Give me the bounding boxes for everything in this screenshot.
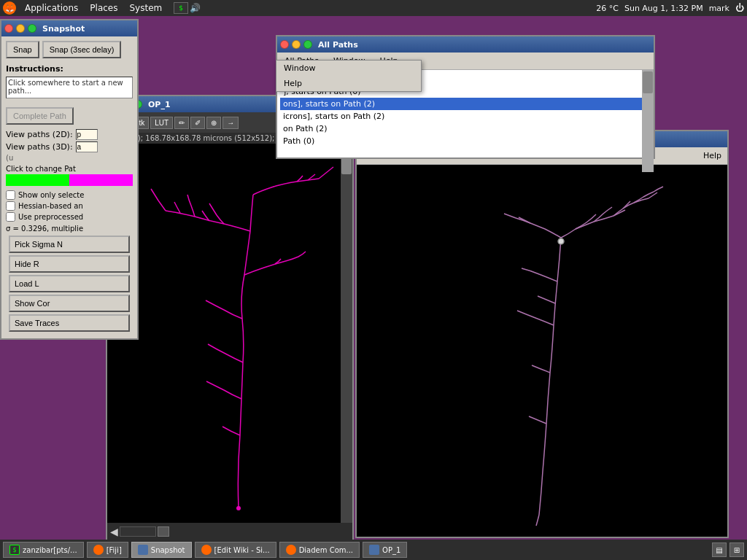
snapshot-title: Snapshot <box>42 24 85 34</box>
allpaths-close-button[interactable] <box>280 40 289 49</box>
list-item[interactable]: icrons], starts on Path (2) <box>280 110 651 122</box>
load-button[interactable]: Load L <box>9 275 130 292</box>
terminal-taskbar-icon: $ <box>9 545 20 555</box>
minimize-button[interactable] <box>16 24 25 33</box>
taskbar: $ zanzibar[pts/... [Fiji] Snapshot [Edit… <box>0 540 747 560</box>
top-menubar: 🦊 Applications Places System $ 🔊 26 °C S… <box>0 0 747 16</box>
op1-window: OP_1 De Stk LUT ✏ ✐ ⊕ → 1/60 (1); 168.78… <box>106 95 354 542</box>
path-note: (u <box>6 154 133 162</box>
use-preproc-row: Use preprocessed <box>6 212 133 222</box>
op1-canvas[interactable] <box>107 144 352 523</box>
audio-icon[interactable]: 🔊 <box>190 3 201 13</box>
dropdown-window[interactable]: Window <box>276 61 421 76</box>
snapshot-titlebar: Snapshot <box>1 20 137 36</box>
op1-taskbar-icon <box>369 545 379 555</box>
taskbar-end: ▤ ⊞ <box>712 542 744 557</box>
taskbar-label-terminal: zanzibar[pts/... <box>23 546 77 554</box>
view-paths-3d-input[interactable] <box>76 141 98 152</box>
hessian-row: Hessian-based an <box>6 201 133 211</box>
taskbar-item-fiji[interactable]: [Fiji] <box>87 542 128 558</box>
power-icon[interactable]: ⏻ <box>735 3 744 13</box>
snap-button[interactable]: Snap <box>6 41 39 58</box>
tool-arrow[interactable]: → <box>222 117 239 129</box>
tool-lut[interactable]: LUT <box>150 117 173 129</box>
allpaths-title: All Paths <box>318 40 358 50</box>
show-only-checkbox[interactable] <box>6 190 15 200</box>
view-paths-2d-input[interactable] <box>76 129 98 140</box>
app-icon: 🦊 <box>3 1 16 15</box>
list-item[interactable]: Path (0) <box>280 135 651 147</box>
menu-system[interactable]: System <box>126 1 165 15</box>
tool-pencil2[interactable]: ✐ <box>190 117 205 129</box>
snapshot-window: Snapshot Snap Snap (3sec delay) Instruct… <box>0 19 139 340</box>
taskbar-label-diadem: Diadem Com... <box>299 546 353 554</box>
list-item[interactable]: ons], starts on Path (2) <box>280 98 651 110</box>
color-bar <box>6 174 133 186</box>
taskbar-item-snapshot[interactable]: Snapshot <box>131 542 192 558</box>
pick-sigma-button[interactable]: Pick Sigma N <box>9 236 130 253</box>
menu-places[interactable]: Places <box>87 1 120 15</box>
taskbar-label-wiki: [Edit Wiki - Si... <box>214 546 270 554</box>
hessian-checkbox[interactable] <box>6 201 15 211</box>
op1-canvas-container: ◀ <box>107 144 352 540</box>
dropdown-help[interactable]: Help <box>276 76 421 91</box>
instructions-text: Click somewhere to start a new path... <box>6 77 133 98</box>
allpaths-scrollbar[interactable] <box>642 70 654 172</box>
allpaths-maximize-button[interactable] <box>303 40 312 49</box>
snapshot-body: Snap Snap (3sec delay) Instructions: Cli… <box>1 36 137 338</box>
op1-scrollbar[interactable] <box>341 144 352 523</box>
click-change-label: Click to change Pat <box>6 165 133 173</box>
taskbar-label-fiji: [Fiji] <box>107 546 122 554</box>
taskbar-end-btn1[interactable]: ▤ <box>712 542 727 557</box>
neuron3d-svg <box>357 165 727 537</box>
terminal-icon[interactable]: $ <box>174 2 188 14</box>
view-paths-2d-row: View paths (2D): <box>6 129 133 140</box>
use-preproc-checkbox[interactable] <box>6 212 15 222</box>
list-item[interactable]: on Path (2) <box>280 122 651 135</box>
svg-point-0 <box>236 506 241 510</box>
menu-applications[interactable]: Applications <box>22 1 81 15</box>
taskbar-item-wiki[interactable]: [Edit Wiki - Si... <box>195 542 276 558</box>
taskbar-end-btn2[interactable]: ⊞ <box>729 542 744 557</box>
view-paths-section: View paths (2D): View paths (3D): (u <box>6 129 133 162</box>
taskbar-item-terminal[interactable]: $ zanzibar[pts/... <box>3 542 84 558</box>
viewer3d-canvas[interactable] <box>357 165 727 537</box>
save-traces-button[interactable]: Save Traces <box>9 314 130 332</box>
tool-pencil1[interactable]: ✏ <box>174 117 189 129</box>
complete-path-button[interactable]: Complete Path <box>6 107 74 125</box>
diadem-taskbar-icon <box>286 545 296 555</box>
show-cor-button[interactable]: Show Cor <box>9 295 130 312</box>
maximize-button[interactable] <box>28 24 36 33</box>
neuron-trace-svg <box>107 144 352 523</box>
tool-crosshair[interactable]: ⊕ <box>206 117 221 129</box>
username: mark <box>709 4 729 13</box>
show-only-label: Show only selecte <box>18 191 84 199</box>
snapshot-taskbar-icon <box>138 545 148 555</box>
nav-left-icon[interactable]: ◀ <box>110 526 118 537</box>
hessian-label: Hessian-based an <box>18 202 83 210</box>
svg-point-1 <box>558 238 564 244</box>
snap-buttons-row: Snap Snap (3sec delay) <box>6 41 133 58</box>
op1-nav: ◀ <box>107 523 352 540</box>
hide-button[interactable]: Hide R <box>9 255 130 273</box>
fiji-taskbar-icon <box>93 545 104 555</box>
view-paths-2d-label: View paths (2D): <box>6 130 73 139</box>
allpaths-titlebar: All Paths <box>277 36 654 52</box>
snap-delay-button[interactable]: Snap (3sec delay) <box>42 41 122 58</box>
show-only-row: Show only selecte <box>6 190 133 200</box>
viewer3d-menu-help[interactable]: Help <box>697 148 727 163</box>
op1-title: OP_1 <box>148 100 171 109</box>
temperature: 26 °C <box>596 4 619 13</box>
viewer3d-window: ImageJ 3D Viewer File Edit Select Transf… <box>355 130 729 538</box>
view-paths-3d-row: View paths (3D): <box>6 141 133 152</box>
window-dropdown-menu: Window Help <box>276 60 422 92</box>
use-preproc-label: Use preprocessed <box>18 213 83 221</box>
taskbar-label-snapshot: Snapshot <box>151 546 185 554</box>
close-button[interactable] <box>4 24 13 33</box>
instructions-label: Instructions: <box>6 64 133 74</box>
sigma-row: σ = 0.3296, multiplie <box>6 225 133 233</box>
taskbar-item-op1[interactable]: OP_1 <box>363 542 407 558</box>
system-tray: 26 °C Sun Aug 1, 1:32 PM mark ⏻ <box>596 3 744 13</box>
allpaths-minimize-button[interactable] <box>292 40 301 49</box>
taskbar-item-diadem[interactable]: Diadem Com... <box>279 542 360 558</box>
